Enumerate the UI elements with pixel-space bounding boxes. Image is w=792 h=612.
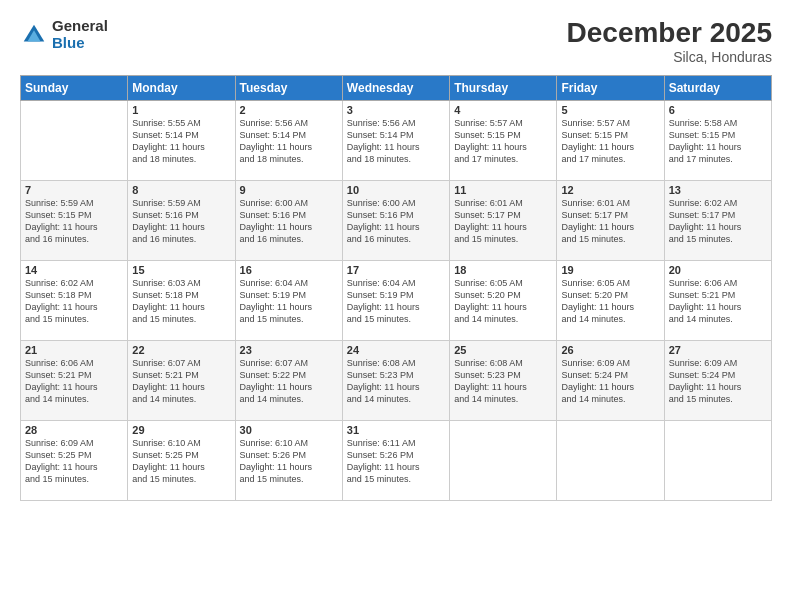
day-number: 28 [25,424,123,436]
day-number: 13 [669,184,767,196]
calendar-cell: 24Sunrise: 6:08 AM Sunset: 5:23 PM Dayli… [342,340,449,420]
cell-info: Sunrise: 5:58 AM Sunset: 5:15 PM Dayligh… [669,117,767,166]
calendar-cell: 18Sunrise: 6:05 AM Sunset: 5:20 PM Dayli… [450,260,557,340]
cell-info: Sunrise: 5:57 AM Sunset: 5:15 PM Dayligh… [454,117,552,166]
logo-blue: Blue [52,35,108,52]
calendar-table: SundayMondayTuesdayWednesdayThursdayFrid… [20,75,772,501]
cell-info: Sunrise: 6:07 AM Sunset: 5:21 PM Dayligh… [132,357,230,406]
day-number: 19 [561,264,659,276]
calendar-cell: 2Sunrise: 5:56 AM Sunset: 5:14 PM Daylig… [235,100,342,180]
logo-general: General [52,18,108,35]
calendar-cell [450,420,557,500]
day-number: 10 [347,184,445,196]
cell-info: Sunrise: 6:02 AM Sunset: 5:17 PM Dayligh… [669,197,767,246]
cell-info: Sunrise: 5:55 AM Sunset: 5:14 PM Dayligh… [132,117,230,166]
location: Silca, Honduras [567,49,772,65]
calendar-cell: 11Sunrise: 6:01 AM Sunset: 5:17 PM Dayli… [450,180,557,260]
day-number: 17 [347,264,445,276]
cell-info: Sunrise: 6:01 AM Sunset: 5:17 PM Dayligh… [454,197,552,246]
cell-info: Sunrise: 6:09 AM Sunset: 5:24 PM Dayligh… [561,357,659,406]
calendar-cell: 14Sunrise: 6:02 AM Sunset: 5:18 PM Dayli… [21,260,128,340]
day-number: 2 [240,104,338,116]
day-number: 31 [347,424,445,436]
day-number: 9 [240,184,338,196]
calendar-cell: 10Sunrise: 6:00 AM Sunset: 5:16 PM Dayli… [342,180,449,260]
day-header-thursday: Thursday [450,75,557,100]
day-header-monday: Monday [128,75,235,100]
calendar-cell: 20Sunrise: 6:06 AM Sunset: 5:21 PM Dayli… [664,260,771,340]
cell-info: Sunrise: 6:08 AM Sunset: 5:23 PM Dayligh… [454,357,552,406]
day-number: 18 [454,264,552,276]
calendar-cell: 31Sunrise: 6:11 AM Sunset: 5:26 PM Dayli… [342,420,449,500]
calendar-cell: 1Sunrise: 5:55 AM Sunset: 5:14 PM Daylig… [128,100,235,180]
cell-info: Sunrise: 6:10 AM Sunset: 5:25 PM Dayligh… [132,437,230,486]
cell-info: Sunrise: 5:56 AM Sunset: 5:14 PM Dayligh… [347,117,445,166]
cell-info: Sunrise: 6:08 AM Sunset: 5:23 PM Dayligh… [347,357,445,406]
day-number: 4 [454,104,552,116]
day-number: 25 [454,344,552,356]
calendar-cell: 5Sunrise: 5:57 AM Sunset: 5:15 PM Daylig… [557,100,664,180]
day-number: 29 [132,424,230,436]
cell-info: Sunrise: 6:06 AM Sunset: 5:21 PM Dayligh… [25,357,123,406]
cell-info: Sunrise: 6:04 AM Sunset: 5:19 PM Dayligh… [240,277,338,326]
cell-info: Sunrise: 6:04 AM Sunset: 5:19 PM Dayligh… [347,277,445,326]
week-row-3: 14Sunrise: 6:02 AM Sunset: 5:18 PM Dayli… [21,260,772,340]
cell-info: Sunrise: 6:01 AM Sunset: 5:17 PM Dayligh… [561,197,659,246]
week-row-5: 28Sunrise: 6:09 AM Sunset: 5:25 PM Dayli… [21,420,772,500]
cell-info: Sunrise: 5:59 AM Sunset: 5:15 PM Dayligh… [25,197,123,246]
day-header-wednesday: Wednesday [342,75,449,100]
cell-info: Sunrise: 5:56 AM Sunset: 5:14 PM Dayligh… [240,117,338,166]
day-number: 21 [25,344,123,356]
cell-info: Sunrise: 6:05 AM Sunset: 5:20 PM Dayligh… [561,277,659,326]
cell-info: Sunrise: 5:57 AM Sunset: 5:15 PM Dayligh… [561,117,659,166]
logo-text: General Blue [52,18,108,51]
day-number: 22 [132,344,230,356]
calendar-cell: 9Sunrise: 6:00 AM Sunset: 5:16 PM Daylig… [235,180,342,260]
calendar-cell: 27Sunrise: 6:09 AM Sunset: 5:24 PM Dayli… [664,340,771,420]
calendar-cell: 19Sunrise: 6:05 AM Sunset: 5:20 PM Dayli… [557,260,664,340]
day-number: 5 [561,104,659,116]
cell-info: Sunrise: 6:07 AM Sunset: 5:22 PM Dayligh… [240,357,338,406]
day-header-saturday: Saturday [664,75,771,100]
day-number: 8 [132,184,230,196]
calendar-cell: 30Sunrise: 6:10 AM Sunset: 5:26 PM Dayli… [235,420,342,500]
day-number: 23 [240,344,338,356]
calendar-cell [557,420,664,500]
header-row: SundayMondayTuesdayWednesdayThursdayFrid… [21,75,772,100]
calendar-cell: 6Sunrise: 5:58 AM Sunset: 5:15 PM Daylig… [664,100,771,180]
day-header-sunday: Sunday [21,75,128,100]
day-number: 6 [669,104,767,116]
day-number: 16 [240,264,338,276]
day-number: 27 [669,344,767,356]
calendar-cell [664,420,771,500]
calendar-cell: 29Sunrise: 6:10 AM Sunset: 5:25 PM Dayli… [128,420,235,500]
cell-info: Sunrise: 6:09 AM Sunset: 5:25 PM Dayligh… [25,437,123,486]
day-number: 26 [561,344,659,356]
logo-icon [20,21,48,49]
cell-info: Sunrise: 5:59 AM Sunset: 5:16 PM Dayligh… [132,197,230,246]
calendar-cell: 8Sunrise: 5:59 AM Sunset: 5:16 PM Daylig… [128,180,235,260]
day-number: 15 [132,264,230,276]
day-number: 20 [669,264,767,276]
day-header-friday: Friday [557,75,664,100]
cell-info: Sunrise: 6:05 AM Sunset: 5:20 PM Dayligh… [454,277,552,326]
calendar-cell: 23Sunrise: 6:07 AM Sunset: 5:22 PM Dayli… [235,340,342,420]
page: General Blue December 2025 Silca, Hondur… [0,0,792,612]
calendar-cell: 7Sunrise: 5:59 AM Sunset: 5:15 PM Daylig… [21,180,128,260]
title-block: December 2025 Silca, Honduras [567,18,772,65]
cell-info: Sunrise: 6:00 AM Sunset: 5:16 PM Dayligh… [347,197,445,246]
cell-info: Sunrise: 6:00 AM Sunset: 5:16 PM Dayligh… [240,197,338,246]
day-number: 3 [347,104,445,116]
calendar-cell: 3Sunrise: 5:56 AM Sunset: 5:14 PM Daylig… [342,100,449,180]
day-number: 24 [347,344,445,356]
cell-info: Sunrise: 6:06 AM Sunset: 5:21 PM Dayligh… [669,277,767,326]
calendar-cell: 4Sunrise: 5:57 AM Sunset: 5:15 PM Daylig… [450,100,557,180]
week-row-1: 1Sunrise: 5:55 AM Sunset: 5:14 PM Daylig… [21,100,772,180]
day-number: 14 [25,264,123,276]
cell-info: Sunrise: 6:02 AM Sunset: 5:18 PM Dayligh… [25,277,123,326]
calendar-cell: 15Sunrise: 6:03 AM Sunset: 5:18 PM Dayli… [128,260,235,340]
day-number: 11 [454,184,552,196]
calendar-cell: 25Sunrise: 6:08 AM Sunset: 5:23 PM Dayli… [450,340,557,420]
day-number: 7 [25,184,123,196]
day-number: 12 [561,184,659,196]
